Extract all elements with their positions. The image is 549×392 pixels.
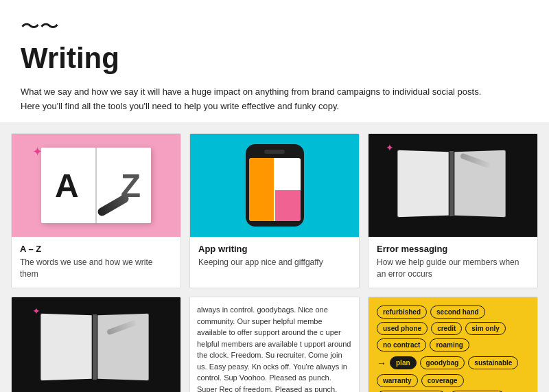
tag-refurbished: refurbished: [377, 305, 427, 319]
page-title: Writing: [21, 43, 528, 74]
card-az[interactable]: ✦ A Z A – Z The words we use and how we …: [11, 133, 181, 289]
card-app-desc: Keeping our app nice and giffgaffy: [198, 257, 351, 268]
tag-second-hand: second hand: [430, 305, 485, 319]
seo-tags-grid: refurbished second hand used phone credi…: [377, 305, 529, 392]
guides-left-page: [40, 314, 91, 381]
card-az-body: A – Z The words we use and how we write …: [12, 237, 180, 288]
tag-warranty: warranty: [377, 374, 418, 387]
card-writing-seo[interactable]: refurbished second hand used phone credi…: [368, 297, 538, 392]
card-error-desc: How we help guide our members when an er…: [377, 257, 529, 280]
tag-plan: plan: [390, 356, 417, 369]
card-error-image: ✦: [369, 134, 537, 237]
guides-marks: ✦: [32, 305, 40, 316]
card-seo-image: refurbished second hand used phone credi…: [369, 297, 537, 392]
phone-tile-orange: [249, 158, 274, 221]
phone-tile-white: [275, 158, 301, 189]
page-header: 〜〜 Writing What we say and how we say it…: [0, 0, 549, 122]
book-left-page: [397, 150, 448, 218]
guides-book: [41, 314, 151, 383]
phone-notch: [264, 150, 285, 154]
cards-grid: ✦ A Z A – Z The words we use and how we …: [11, 133, 538, 392]
writing-icon: 〜〜: [21, 14, 528, 40]
page-wrapper: 〜〜 Writing What we say and how we say it…: [0, 0, 549, 392]
guides-book-spine: [93, 314, 97, 380]
card-error-title: Error messaging: [377, 244, 529, 254]
tag-sim-only: sim only: [465, 322, 506, 335]
card-how-to-guides[interactable]: ✦ How to guides How we do things. From h…: [11, 297, 181, 392]
card-error-body: Error messaging How we help guide our me…: [369, 237, 537, 288]
open-book: [398, 151, 508, 220]
arrow-icon: →: [377, 358, 386, 369]
page-description: What we say and how we say it will have …: [21, 85, 487, 114]
card-az-title: A – Z: [20, 244, 172, 254]
card-guides-image: ✦: [12, 297, 180, 392]
main-content: ✦ A Z A – Z The words we use and how we …: [0, 122, 549, 392]
phone-screen: [249, 158, 301, 221]
arrow-row: → plan goodybag sustainable: [377, 356, 518, 369]
card-lorem-giffsum[interactable]: always in control. goodybags. Nice one c…: [189, 297, 360, 392]
tag-coverage: coverage: [421, 374, 464, 387]
card-app-body: App writing Keeping our app nice and gif…: [190, 237, 359, 277]
card-az-image: ✦ A Z: [12, 134, 180, 237]
card-app-image: [190, 134, 359, 237]
card-lorem-image: always in control. goodybags. Nice one c…: [190, 297, 359, 392]
az-book: A Z: [41, 148, 151, 223]
card-az-desc: The words we use and how we write them: [20, 257, 172, 280]
lorem-text-content: always in control. goodybags. Nice one c…: [197, 304, 352, 392]
tag-no-contract: no contract: [377, 338, 426, 351]
phone-mockup: [246, 144, 304, 227]
tag-credit: credit: [431, 322, 462, 335]
card-error-messaging[interactable]: ✦ Error messaging How we help guide our …: [368, 133, 538, 289]
tag-roaming: roaming: [430, 338, 469, 351]
lorem-body: always in control. goodybags. Nice one c…: [197, 305, 351, 392]
error-marks: ✦: [386, 142, 394, 153]
phone-tile-pink: [275, 190, 301, 221]
book-spine: [449, 151, 454, 216]
az-left-letter: A: [55, 166, 79, 204]
tag-goodybag: goodybag: [420, 356, 465, 369]
tag-used-phone: used phone: [377, 322, 428, 335]
card-app-writing[interactable]: App writing Keeping our app nice and gif…: [189, 133, 360, 289]
az-pen: [96, 193, 130, 217]
card-app-title: App writing: [198, 244, 351, 254]
tag-sustainable: sustainable: [468, 356, 518, 369]
